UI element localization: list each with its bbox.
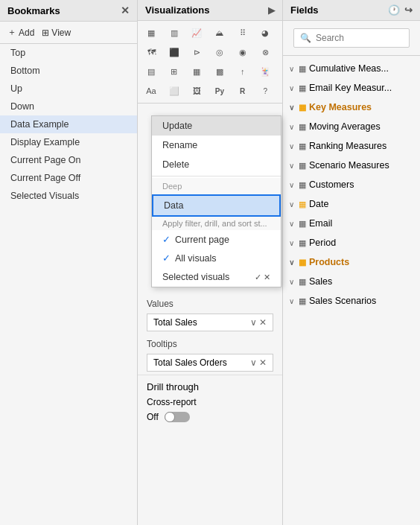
tooltips-dropdown[interactable]: Total Sales Orders ∨ ✕ <box>147 354 273 372</box>
viz-map-icon[interactable]: 🗺 <box>142 43 160 61</box>
viz-tree-icon[interactable]: ⬛ <box>165 43 183 61</box>
context-update[interactable]: Update <box>152 116 281 136</box>
table-icon: ▦ <box>299 141 306 151</box>
off-label: Off <box>147 412 159 422</box>
bookmark-down[interactable]: Down <box>0 98 137 115</box>
viz-filter-icon[interactable]: ⊞ <box>165 63 183 80</box>
add-bookmark-button[interactable]: ＋ Add <box>7 26 34 39</box>
dropdown-icons-tooltips: ∨ ✕ <box>250 357 267 368</box>
chevron-icon: ∨ <box>289 84 294 92</box>
viz-kpi-icon[interactable]: ↑ <box>234 63 252 80</box>
viz-bar-icon[interactable]: ▦ <box>142 24 160 42</box>
context-current-page[interactable]: ✓ Current page <box>152 230 281 249</box>
field-group-header-scenario[interactable]: ∨ ▦ Scenario Measures <box>283 158 420 173</box>
viz-funnel-icon[interactable]: ⊳ <box>188 43 206 61</box>
context-menu: Update Rename Delete Deep Data Apply fil… <box>151 115 281 287</box>
viz-text-icon[interactable]: Aa <box>142 82 160 100</box>
viz-python-icon[interactable]: Py <box>211 82 229 100</box>
field-group-header-products[interactable]: ∨ ▦ Products <box>283 255 420 270</box>
chevron-icon: ∨ <box>289 162 294 170</box>
field-group-products: ∨ ▦ Products <box>283 252 420 272</box>
viz-r-icon[interactable]: R <box>234 82 252 100</box>
chevron-icon: ∨ <box>289 239 294 247</box>
bookmarks-actions: ＋ Add ⊞ View <box>0 22 137 44</box>
tooltips-label: Tooltips <box>138 334 282 351</box>
field-group-header-period[interactable]: ∨ ▦ Period <box>283 235 420 250</box>
menu-separator-1 <box>152 176 281 176</box>
bookmark-display-example[interactable]: Display Example <box>0 133 137 151</box>
close-bookmarks-button[interactable]: ✕ <box>121 4 130 16</box>
viz-card-icon[interactable]: 🃏 <box>256 63 274 80</box>
bookmark-current-page-on[interactable]: Current Page On <box>0 151 137 169</box>
field-group-key-measures: ∨ ▦ Key Measures <box>283 98 420 117</box>
values-dropdown[interactable]: Total Sales ∨ ✕ <box>147 314 273 331</box>
context-apply-filter: Apply filter, drill, and sort st... <box>152 217 281 230</box>
viz-pie-icon[interactable]: ◕ <box>256 24 274 42</box>
context-data[interactable]: Data <box>152 194 281 217</box>
viz-area-icon[interactable]: ⛰ <box>211 24 229 42</box>
field-group-header-sales-scenarios[interactable]: ∨ ▦ Sales Scenarios <box>283 293 420 308</box>
viz-image-icon[interactable]: 🖼 <box>188 82 206 100</box>
cross-report-label: Cross-report <box>147 397 197 407</box>
viz-gauge-icon[interactable]: ◎ <box>211 43 229 61</box>
checkmark-x-icons: ✓ ✕ <box>255 273 270 282</box>
viz-qna-icon[interactable]: ? <box>256 82 274 100</box>
field-group-ranking: ∨ ▦ Ranking Measures <box>283 136 420 156</box>
fields-list: ∨ ▦ Cumulative Meas... ∨ ▦ Email Key Mea… <box>283 56 420 525</box>
drill-through-title: Drill through <box>147 381 273 392</box>
viz-ribbon-icon[interactable]: ⊗ <box>256 43 274 61</box>
fields-title: Fields <box>290 4 319 16</box>
context-selected-visuals[interactable]: Selected visuals ✓ ✕ <box>152 267 281 287</box>
viz-donut-icon[interactable]: ◉ <box>234 43 252 61</box>
dropdown-icons-values: ∨ ✕ <box>250 317 267 328</box>
field-group-email: ∨ ▦ Email <box>283 214 420 233</box>
viz-col-icon[interactable]: ▥ <box>165 24 183 42</box>
viz-line-icon[interactable]: 📈 <box>188 24 206 42</box>
field-group-header-customers[interactable]: ∨ ▦ Customers <box>283 177 420 192</box>
viz-matrix-icon[interactable]: ▩ <box>211 63 229 80</box>
bookmark-bottom[interactable]: Bottom <box>0 62 137 80</box>
view-bookmark-button[interactable]: ⊞ View <box>42 26 71 39</box>
context-rename[interactable]: Rename <box>152 136 281 155</box>
field-group-header-date[interactable]: ∨ ▦ Date <box>283 197 420 211</box>
off-toggle[interactable] <box>165 412 190 422</box>
chevron-icon: ∨ <box>289 297 294 305</box>
bookmark-up[interactable]: Up <box>0 80 137 98</box>
view-icon: ⊞ <box>42 28 49 38</box>
table-icon: ▦ <box>299 122 306 132</box>
chevron-icon: ∨ <box>289 104 294 112</box>
field-group-header-moving-avg[interactable]: ∨ ▦ Moving Averages <box>283 119 420 134</box>
viz-table-icon[interactable]: ▦ <box>188 63 206 80</box>
values-label: Values <box>138 294 282 311</box>
search-icon: 🔍 <box>300 33 311 43</box>
table-icon: ▦ <box>299 277 306 287</box>
chevron-icon: ∨ <box>289 181 294 189</box>
bookmark-top[interactable]: Top <box>0 44 137 62</box>
bookmark-selected-visuals[interactable]: Selected Visuals <box>0 187 137 205</box>
viz-shape-icon[interactable]: ⬜ <box>165 82 183 100</box>
field-group-cumulative: ∨ ▦ Cumulative Meas... <box>283 59 420 78</box>
cross-report-row: Cross-report <box>147 397 273 407</box>
field-group-header-email[interactable]: ∨ ▦ Email <box>283 216 420 231</box>
viz-scatter-icon[interactable]: ⠿ <box>234 24 252 42</box>
expand-viz-icon[interactable]: ▶ <box>268 5 275 16</box>
search-container: 🔍 <box>283 21 420 56</box>
drill-through-section: Drill through Cross-report Off <box>138 375 282 428</box>
field-group-scenario: ∨ ▦ Scenario Measures <box>283 156 420 175</box>
search-input[interactable] <box>316 33 420 43</box>
context-all-visuals[interactable]: ✓ All visuals <box>152 249 281 267</box>
bookmarks-list: Top Bottom Up Down Data Example Display … <box>0 44 137 525</box>
field-group-header-sales[interactable]: ∨ ▦ Sales <box>283 274 420 289</box>
field-group-header-cumulative[interactable]: ∨ ▦ Cumulative Meas... <box>283 61 420 76</box>
viz-waterfall-icon[interactable]: ▤ <box>142 63 160 80</box>
field-group-date: ∨ ▦ Date <box>283 194 420 214</box>
field-group-header-email-key[interactable]: ∨ ▦ Email Key Measur... <box>283 80 420 95</box>
context-delete[interactable]: Delete <box>152 155 281 174</box>
bookmark-data-example[interactable]: Data Example <box>0 115 137 133</box>
share-icon[interactable]: ↪ <box>404 4 413 16</box>
field-group-header-key-measures[interactable]: ∨ ▦ Key Measures <box>283 100 420 115</box>
clock-icon[interactable]: 🕐 <box>388 4 400 16</box>
field-group-period: ∨ ▦ Period <box>283 233 420 252</box>
bookmark-current-page-off[interactable]: Current Page Off <box>0 169 137 187</box>
field-group-header-ranking[interactable]: ∨ ▦ Ranking Measures <box>283 139 420 153</box>
